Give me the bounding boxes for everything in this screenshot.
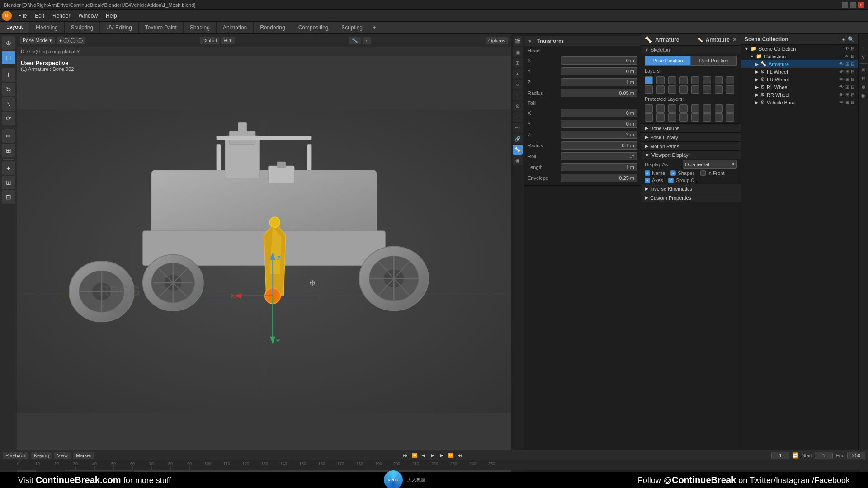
shapes-checkbox[interactable]: ✓ [670, 170, 676, 176]
layer-3[interactable] [668, 76, 676, 84]
next-frame-btn[interactable]: ▶ [438, 451, 446, 460]
playback-menu[interactable]: Playback [3, 452, 28, 459]
maximize-button[interactable]: □ [850, 2, 856, 8]
layer-8[interactable] [726, 76, 734, 84]
roll-value[interactable]: 0° [561, 152, 637, 160]
tail-y-value[interactable]: 0 m [561, 120, 637, 128]
tab-texture-paint[interactable]: Texture Paint [139, 22, 184, 33]
menu-help[interactable]: Help [102, 12, 121, 20]
item-icon-btn[interactable]: I [859, 36, 868, 44]
pose-library-section[interactable]: ▶ Pose Library [641, 132, 741, 141]
prop-tab-material[interactable]: ◉ [513, 155, 523, 165]
prot-layer-13[interactable] [691, 113, 699, 122]
coll-filter-icon[interactable]: ⊞ [851, 54, 854, 59]
outliner-armature[interactable]: ▶ 🦴 Armature 👁 ⊞ ⊟ [741, 60, 858, 68]
envelope-value[interactable]: 0.25 m [561, 174, 637, 182]
vb-filter-icon[interactable]: ⊞ [845, 100, 849, 105]
tab-layout[interactable]: Layout [0, 22, 29, 33]
fl-eye-icon[interactable]: 👁 [839, 69, 844, 74]
rr-filter-icon[interactable]: ⊞ [845, 92, 849, 97]
keying-menu[interactable]: Keying [31, 452, 52, 459]
pivot-point[interactable]: ⊕ ▾ [221, 37, 235, 44]
outliner-rr-wheel[interactable]: ▶ ⚙ RR Wheel 👁 ⊞ ⊟ [741, 91, 858, 99]
tab-shading[interactable]: Shading [184, 22, 217, 33]
layer-2[interactable] [656, 76, 665, 84]
view-menu[interactable]: View [54, 452, 71, 459]
misc-icon-3[interactable]: ⊕ [859, 83, 868, 91]
viewport-3d[interactable]: Pose Mode ▾ ● ◯ ◯ ◯ Global ⊕ ▾ 🔧 ○ Optio… [17, 34, 511, 488]
prot-layer-14[interactable] [703, 113, 711, 122]
misc-icon-1[interactable]: ⊞ [859, 66, 868, 74]
search-icon[interactable]: 🔍 [848, 36, 854, 42]
loop-toggle[interactable]: 🔁 [792, 452, 799, 459]
layer-14[interactable] [703, 85, 711, 94]
layer-16[interactable] [726, 85, 734, 94]
rl-eye-icon[interactable]: 👁 [839, 84, 844, 89]
layer-11[interactable] [668, 85, 676, 94]
inverse-kinematics-section[interactable]: ▶ Inverse Kinematics [641, 184, 741, 193]
rr-eye-icon[interactable]: 👁 [839, 92, 844, 97]
prop-tab-data[interactable]: 🦴 [513, 145, 523, 155]
rr-extra-icon[interactable]: ⊟ [851, 92, 854, 97]
layer-1[interactable] [645, 76, 653, 84]
tab-modeling[interactable]: Modeling [29, 22, 65, 33]
annotate-tool-button[interactable]: ✏ [2, 129, 15, 143]
play-btn[interactable]: ▶ [429, 451, 437, 460]
prop-tab-physics[interactable]: 〜 [513, 123, 523, 133]
measure-tool-button[interactable]: ⊞ [2, 144, 15, 157]
prop-tab-particles[interactable]: · [513, 112, 523, 122]
prot-layer-15[interactable] [715, 113, 723, 122]
layer-13[interactable] [691, 85, 699, 94]
head-y-value[interactable]: 0 m [561, 67, 637, 75]
viewport-shading[interactable]: ● ◯ ◯ ◯ [57, 37, 85, 44]
arm-eye-icon[interactable]: 👁 [839, 61, 844, 66]
arm-filter-icon[interactable]: ⊞ [845, 61, 849, 66]
prop-tab-modifiers[interactable]: ⚙ [513, 101, 523, 111]
proportional-edit[interactable]: ○ [363, 37, 371, 44]
layer-10[interactable] [656, 85, 665, 94]
transform-tool-button[interactable]: ⟳ [2, 112, 15, 125]
menu-window[interactable]: Window [75, 12, 101, 20]
next-keyframe-btn[interactable]: ⏩ [447, 451, 455, 460]
tail-x-value[interactable]: 0 m [561, 109, 637, 117]
fr-eye-icon[interactable]: 👁 [839, 77, 844, 82]
head-radius-value[interactable]: 0.05 m [561, 89, 637, 97]
prop-tab-world[interactable]: ○ [513, 80, 523, 89]
prop-tab-constraints[interactable]: 🔗 [513, 134, 523, 144]
prot-layer-7[interactable] [715, 104, 723, 113]
tab-scripting[interactable]: Scripting [335, 22, 369, 33]
head-x-value[interactable]: 0 m [561, 56, 637, 65]
jump-end-btn[interactable]: ⏭ [456, 451, 464, 460]
outliner-rl-wheel[interactable]: ▶ ⚙ RL Wheel 👁 ⊞ ⊟ [741, 83, 858, 91]
bone-groups-section[interactable]: ▶ Bone Groups [641, 123, 741, 132]
viewport-display-section[interactable]: ▼ Viewport Display [641, 150, 741, 159]
vb-extra-icon[interactable]: ⊟ [851, 100, 854, 105]
coll-eye-icon[interactable]: 👁 [844, 54, 849, 59]
layer-15[interactable] [715, 85, 723, 94]
layer-6[interactable] [703, 76, 711, 84]
marker-menu[interactable]: Marker [73, 452, 94, 459]
menu-edit[interactable]: Edit [31, 12, 48, 20]
snap-toggle[interactable]: 🔧 [349, 37, 361, 44]
tail-z-value[interactable]: 2 m [561, 131, 637, 139]
transform-header[interactable]: ▼ Transform [524, 36, 641, 46]
rl-filter-icon[interactable]: ⊞ [845, 84, 849, 89]
layer-4[interactable] [679, 76, 688, 84]
extra-tool-2[interactable]: ⊟ [2, 190, 15, 204]
custom-properties-section[interactable]: ▶ Custom Properties [641, 193, 741, 202]
options-button[interactable]: Options [486, 37, 508, 44]
rest-position-btn[interactable]: Rest Position [691, 56, 737, 66]
prop-tab-object[interactable]: □ [513, 90, 523, 100]
prot-layer-6[interactable] [703, 104, 711, 113]
prot-layer-11[interactable] [668, 113, 676, 122]
outliner-scene-collection[interactable]: ▼ 📁 Scene Collection 👁 ⊞ [741, 45, 858, 52]
scale-tool-button[interactable]: ⤡ [2, 97, 15, 111]
extra-tool-1[interactable]: ⊞ [2, 176, 15, 189]
mode-selector[interactable]: Pose Mode ▾ [20, 37, 55, 44]
start-frame-input[interactable]: 1 [815, 452, 833, 459]
motion-paths-section[interactable]: ▶ Motion Paths [641, 141, 741, 150]
cursor-tool-button[interactable]: ⊕ [2, 36, 15, 50]
prot-layer-5[interactable] [691, 104, 699, 113]
misc-icon-4[interactable]: ◉ [859, 91, 868, 99]
end-frame-input[interactable]: 250 [847, 452, 865, 459]
